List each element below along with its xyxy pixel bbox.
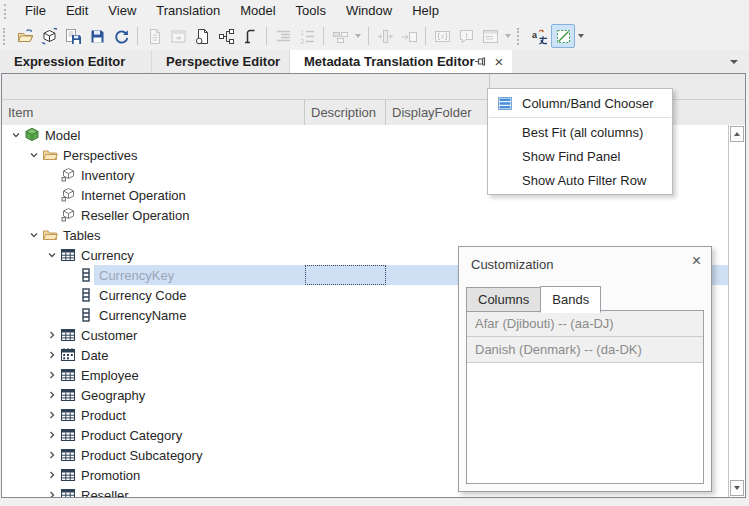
column-header-item[interactable]: Item xyxy=(2,100,305,125)
tree-row-reseller-operation[interactable]: Reseller Operation xyxy=(2,205,728,225)
menu-view[interactable]: View xyxy=(98,0,146,22)
chevron-right-icon[interactable] xyxy=(44,487,60,497)
menu-model[interactable]: Model xyxy=(230,0,285,22)
tab-perspective-editor[interactable]: Perspective Editor xyxy=(152,50,290,73)
save-icon xyxy=(89,28,106,45)
menu-file[interactable]: File xyxy=(15,0,56,22)
tree-row-label: Product Subcategory xyxy=(78,448,202,463)
column-distribute-icon xyxy=(377,28,394,45)
chevron-right-icon[interactable] xyxy=(44,407,60,423)
caret-triangle xyxy=(578,34,584,38)
close-icon[interactable]: × xyxy=(692,252,701,270)
band-item[interactable]: Afar (Djibouti) -- (aa-DJ) xyxy=(467,311,703,337)
tree-row-label: Customer xyxy=(78,328,137,343)
table-icon xyxy=(60,447,78,463)
pin-icon[interactable] xyxy=(474,55,487,68)
menu-item-show-auto-filter-row[interactable]: Show Auto Filter Row xyxy=(488,168,672,192)
column-header-displayfolder[interactable]: DisplayFolder xyxy=(386,100,489,125)
highlight-cells-button[interactable] xyxy=(551,24,575,48)
context-menu: Column/Band Chooser Best Fit (all column… xyxy=(487,88,673,195)
chevron-right-icon[interactable] xyxy=(44,387,60,403)
chevron-down-icon[interactable] xyxy=(44,247,60,263)
export-window-button xyxy=(166,24,190,48)
menu-tools[interactable]: Tools xyxy=(286,0,336,22)
close-icon[interactable]: × xyxy=(494,54,503,69)
chevron-right-icon[interactable] xyxy=(44,327,60,343)
tree-row-tables[interactable]: Tables xyxy=(2,225,728,245)
menu-items: FileEditViewTranslationModelToolsWindowH… xyxy=(15,0,449,22)
save-as-button[interactable] xyxy=(61,24,85,48)
menu-edit[interactable]: Edit xyxy=(56,0,98,22)
open-button[interactable] xyxy=(13,24,37,48)
refresh-button[interactable] xyxy=(109,24,133,48)
svg-text:!: ! xyxy=(465,30,468,39)
highlight-cells-dropdown-caret-icon[interactable] xyxy=(575,24,587,48)
tree-row-label: Internet Operation xyxy=(78,188,186,203)
chevron-down-icon[interactable] xyxy=(26,227,42,243)
tab-columns[interactable]: Columns xyxy=(466,287,540,312)
chevron-spacer xyxy=(44,167,60,183)
document-icon xyxy=(146,28,163,45)
tab-label: Perspective Editor xyxy=(166,54,280,69)
vertical-scrollbar[interactable] xyxy=(728,125,745,497)
chevron-spacer xyxy=(44,187,60,203)
date-table-icon xyxy=(60,347,78,363)
tab-list-dropdown-icon[interactable] xyxy=(730,60,738,64)
toolbar-grip[interactable] xyxy=(3,28,10,45)
save-button[interactable] xyxy=(85,24,109,48)
tab-label: Expression Editor xyxy=(14,54,125,69)
band-item[interactable]: Danish (Denmark) -- (da-DK) xyxy=(467,337,703,363)
chevron-spacer xyxy=(62,307,78,323)
chevron-right-icon[interactable] xyxy=(44,347,60,363)
toolbar-grip[interactable] xyxy=(517,28,524,45)
menu-item-label: Show Find Panel xyxy=(522,149,620,164)
export-arrow-icon xyxy=(401,28,418,45)
menu-item-best-fit[interactable]: Best Fit (all columns) xyxy=(488,120,672,144)
scroll-down-icon xyxy=(734,486,740,490)
tree-row-label: Product Category xyxy=(78,428,182,443)
deploy-button[interactable] xyxy=(37,24,61,48)
comment-icon: ! xyxy=(458,28,475,45)
table-icon xyxy=(60,327,78,343)
menu-help[interactable]: Help xyxy=(402,0,449,22)
menu-separator xyxy=(489,117,671,118)
tree-row-label: CurrencyName xyxy=(96,308,186,323)
tab-expression-editor[interactable]: Expression Editor xyxy=(0,50,152,73)
layout-button xyxy=(328,24,352,48)
refresh-icon xyxy=(113,28,130,45)
hierarchy-button[interactable] xyxy=(214,24,238,48)
focused-cell[interactable] xyxy=(305,265,386,285)
chevron-spacer xyxy=(44,207,60,223)
chevron-down-icon[interactable] xyxy=(26,147,42,163)
toolbar-separator xyxy=(266,27,267,45)
customization-tabs: Columns Bands xyxy=(466,284,601,312)
layout-dropdown-caret-icon xyxy=(352,24,364,48)
column-header-description[interactable]: Description xyxy=(305,100,386,125)
menu-item-column-band-chooser[interactable]: Column/Band Chooser xyxy=(488,91,672,115)
scroll-up-button[interactable] xyxy=(730,126,744,142)
menu-translation[interactable]: Translation xyxy=(146,0,230,22)
form-dropdown-caret-icon xyxy=(502,24,514,48)
page-properties-button[interactable] xyxy=(190,24,214,48)
tab-metadata-translation-editor[interactable]: Metadata Translation Editor× xyxy=(290,50,512,73)
chevron-right-icon[interactable] xyxy=(44,367,60,383)
menu-item-show-find-panel[interactable]: Show Find Panel xyxy=(488,144,672,168)
tree-row-label: Currency xyxy=(78,248,134,263)
scroll-down-button[interactable] xyxy=(730,480,744,496)
toolbar-buttons: 12x!a xyxy=(13,24,587,48)
translate-button[interactable]: a xyxy=(527,24,551,48)
tree-row-label: Geography xyxy=(78,388,145,403)
chevron-right-icon[interactable] xyxy=(44,447,60,463)
customization-title: Customization xyxy=(471,257,553,272)
menu-window[interactable]: Window xyxy=(336,0,402,22)
table-icon xyxy=(60,387,78,403)
export-window-icon xyxy=(170,28,187,45)
tab-bands[interactable]: Bands xyxy=(540,286,601,313)
chevron-right-icon[interactable] xyxy=(44,427,60,443)
script-button[interactable] xyxy=(238,24,262,48)
chevron-down-icon[interactable] xyxy=(8,127,24,143)
indent-list-button xyxy=(271,24,295,48)
menubar-grip[interactable] xyxy=(4,4,11,19)
comment-button: ! xyxy=(454,24,478,48)
chevron-right-icon[interactable] xyxy=(44,467,60,483)
